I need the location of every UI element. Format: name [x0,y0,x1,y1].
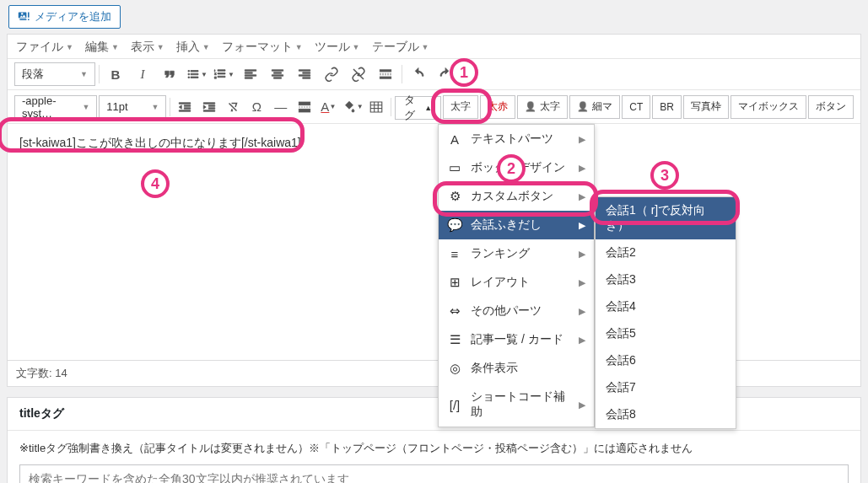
dd-text-parts[interactable]: Aテキストパーツ▶ [439,125,594,153]
submenu-kaiwa2[interactable]: 会話2 [596,239,736,266]
menu-table[interactable]: テーブル▼ [372,40,429,55]
italic-button[interactable]: I [130,62,155,86]
title-tag-input[interactable] [19,464,849,483]
submenu-kaiwa6[interactable]: 会話6 [596,347,736,374]
align-left-button[interactable] [238,62,263,86]
add-media-label: メディアを追加 [35,9,111,24]
speech-icon: 💬 [447,217,462,233]
menu-bar: ファイル▼ 編集▼ 表示▼ 挿入▼ フォーマット▼ ツール▼ テーブル▼ [8,35,860,59]
submenu-kaiwa5[interactable]: 会話5 [596,320,736,347]
outdent-button[interactable] [174,95,196,119]
menu-insert[interactable]: 挿入▼ [176,40,210,55]
link-button[interactable] [319,62,344,86]
font-size-select[interactable]: 11pt▼ [99,95,166,119]
ol-button[interactable]: ▼ [211,62,236,86]
arrows-icon: ⇔ [447,303,462,319]
blockquote-button[interactable] [157,62,182,86]
align-center-button[interactable] [265,62,290,86]
add-media-button[interactable]: メディアを追加 [8,5,121,29]
font-family-select[interactable]: -apple-syst…▼ [14,95,97,119]
grid-icon: ⊞ [447,275,462,290]
svg-rect-4 [299,109,310,112]
undo-button[interactable] [406,62,431,86]
callout-number-2: 2 [497,154,526,183]
kaiwa-submenu: 会話1（ r]で反対向き） 会話2 会話3 会話4 会話5 会話6 会話7 会話… [595,196,736,429]
ooaka-button[interactable]: 太赤 [480,95,515,119]
svg-rect-1 [380,73,391,75]
menu-edit[interactable]: 編集▼ [85,40,119,55]
code-icon: [/] [447,398,462,412]
menu-tools[interactable]: ツール▼ [315,40,360,55]
bg-color-button[interactable]: ▼ [342,95,364,119]
text-color-button[interactable]: A▼ [317,95,339,119]
menu-view[interactable]: 表示▼ [131,40,164,55]
mybox-button[interactable]: マイボックス [731,95,806,119]
bold-button[interactable]: B [103,62,128,86]
ooji-button[interactable]: 太字 [443,95,478,119]
table-icon-button[interactable] [365,95,387,119]
toolbar-row-2: -apple-syst…▼ 11pt▼ Ω — A▼ ▼ タグ▲ 太字 太赤 太… [8,90,860,124]
tag-dropdown-button[interactable]: タグ▲ [395,96,441,120]
wordcount-label: 文字数: [16,367,52,379]
callout-number-1: 1 [450,58,478,87]
hosoma-button[interactable]: 細マ [569,95,620,119]
dd-other-parts[interactable]: ⇔その他パーツ▶ [439,297,594,325]
dd-article-list[interactable]: ☰記事一覧 / カード▶ [439,325,594,354]
svg-rect-3 [299,102,310,105]
submenu-kaiwa3[interactable]: 会話3 [596,266,736,293]
menu-format[interactable]: フォーマット▼ [222,40,303,55]
media-icon [18,10,31,24]
pagebreak-button[interactable] [294,95,315,119]
box-icon: ▭ [447,160,462,175]
submenu-kaiwa1[interactable]: 会話1（ r]で反対向き） [596,197,736,239]
submenu-kaiwa8[interactable]: 会話8 [596,401,736,428]
dd-condition[interactable]: ◎条件表示 [439,354,594,383]
callout-number-3: 3 [650,161,679,190]
submenu-kaiwa7[interactable]: 会話7 [596,374,736,401]
ct-button[interactable]: CT [622,95,650,119]
br-button[interactable]: BR [652,95,682,119]
person-icon [525,101,536,112]
target-icon: ◎ [447,361,462,376]
ul-button[interactable]: ▼ [184,62,209,86]
text-icon: A [447,132,462,147]
special-char-button[interactable]: Ω [245,95,267,119]
editor-content-area[interactable]: [st-kaiwa1]ここが吹き出しの中になります[/st-kaiwa1] Aテ… [8,124,860,360]
svg-rect-2 [380,77,391,78]
dd-shortcode-assist[interactable]: [/]ショートコード補助▶ [439,383,594,427]
unlink-button[interactable] [346,62,371,86]
toolbar-row-1: 段落▼ B I ▼ ▼ [8,59,860,90]
shortcode-text: [st-kaiwa1]ここが吹き出しの中になります[/st-kaiwa1] [19,136,849,151]
person-icon [577,101,589,112]
menu-file[interactable]: ファイル▼ [16,40,73,55]
dd-layout[interactable]: ⊞レイアウト▶ [439,268,594,297]
svg-rect-0 [380,70,391,72]
title-tag-description: ※titleタグ強制書き換え（記事タイトルは変更されません）※「トップページ（フ… [19,441,849,456]
hr-button[interactable]: — [270,95,292,119]
indent-button[interactable] [198,95,220,119]
callout-number-4: 4 [141,169,170,198]
listcard-icon: ☰ [447,332,462,347]
wordcount-value: 14 [55,367,67,379]
format-select[interactable]: 段落▼ [14,62,95,86]
clear-format-button[interactable] [222,95,244,119]
dd-ranking[interactable]: ≡ランキング▶ [439,239,594,268]
botan-button[interactable]: ボタン [808,95,854,119]
align-right-button[interactable] [292,62,317,86]
dd-kaiwa-fukidashi[interactable]: 💬会話ふきだし▶ [439,211,594,239]
list-icon: ≡ [447,247,462,261]
submenu-kaiwa4[interactable]: 会話4 [596,293,736,320]
futoji-button[interactable]: 太字 [517,95,568,119]
gear-icon: ⚙ [447,189,462,204]
dd-custom-button[interactable]: ⚙カスタムボタン▶ [439,182,594,211]
more-button[interactable] [373,62,398,86]
photo-frame-button[interactable]: 写真枠 [683,95,729,119]
editor-container: ファイル▼ 編集▼ 表示▼ 挿入▼ フォーマット▼ ツール▼ テーブル▼ 段落▼… [7,34,861,387]
